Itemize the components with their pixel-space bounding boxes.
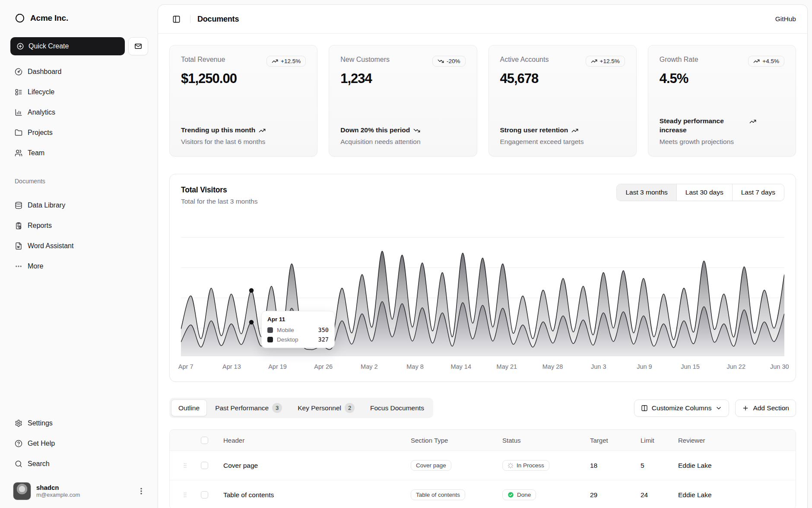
area-chart[interactable]: Apr 11 Mobile 350 Desktop 327 <box>181 220 784 356</box>
chart-tooltip: Apr 11 Mobile 350 Desktop 327 <box>261 311 335 348</box>
quick-create-button[interactable]: Quick Create <box>10 37 125 55</box>
user-menu[interactable]: shadcn m@example.com <box>10 480 148 501</box>
reviewer-cell[interactable]: Eddie Lake <box>678 462 795 470</box>
stat-label: Total Revenue <box>181 56 225 64</box>
mobile-swatch <box>267 327 273 333</box>
github-link[interactable]: GitHub <box>775 15 796 23</box>
target-cell[interactable]: 18 <box>587 462 638 470</box>
trend-badge: +4.5% <box>748 56 784 67</box>
sidebar-item-dashboard[interactable]: Dashboard <box>10 63 148 80</box>
tab-key-personnel[interactable]: Key Personnel 2 <box>290 399 362 416</box>
brand[interactable]: Acme Inc. <box>10 10 148 26</box>
table-row[interactable]: Table of contents Table of contents Done… <box>170 480 796 508</box>
trend-badge-value: +12.5% <box>281 58 301 64</box>
sections-table: Header Section Type Status Target Limit … <box>169 429 796 508</box>
stat-value: 4.5% <box>660 71 784 86</box>
tab-outline[interactable]: Outline <box>171 399 207 416</box>
trend-badge: +12.5% <box>586 56 625 67</box>
sidebar-item-projects[interactable]: Projects <box>10 124 148 141</box>
x-axis-labels: Apr 7 Apr 13 Apr 19 Apr 26 May 2 May 8 M… <box>181 361 784 373</box>
trending-up-icon <box>272 58 278 64</box>
sidebar-item-lifecycle[interactable]: Lifecycle <box>10 83 148 101</box>
trend-badge-value: +4.5% <box>762 58 779 64</box>
row-header-cell[interactable]: Table of contents <box>216 491 411 499</box>
sidebar-item-label: Settings <box>28 419 53 427</box>
sidebar-item-search[interactable]: Search <box>10 455 148 473</box>
sidebar-toggle-button[interactable] <box>169 12 183 26</box>
select-all-checkbox[interactable] <box>201 437 208 444</box>
sidebar-item-team[interactable]: Team <box>10 144 148 162</box>
sidebar-item-reports[interactable]: Reports <box>10 217 148 234</box>
x-tick: May 28 <box>542 363 563 370</box>
x-tick: Apr 19 <box>268 363 287 370</box>
sidebar-item-more[interactable]: More <box>10 258 148 275</box>
x-tick: Apr 13 <box>222 363 241 370</box>
stat-value: 45,678 <box>500 71 625 86</box>
row-checkbox[interactable] <box>201 491 208 498</box>
reviewer-cell[interactable]: Eddie Lake <box>678 491 795 499</box>
chevron-down-icon <box>715 405 722 412</box>
trending-up-icon <box>749 118 756 125</box>
drag-handle-icon[interactable] <box>182 492 188 498</box>
limit-cell[interactable]: 24 <box>638 491 678 499</box>
dashboard-page: Acme Inc. Quick Create Dashboard Lifecyc… <box>0 0 812 508</box>
customize-columns-button[interactable]: Customize Columns <box>634 399 730 417</box>
sidebar-item-analytics[interactable]: Analytics <box>10 104 148 121</box>
sidebar-item-get-help[interactable]: Get Help <box>10 435 148 452</box>
tab-focus-documents[interactable]: Focus Documents <box>363 399 431 416</box>
add-section-button[interactable]: Add Section <box>735 399 796 417</box>
tooltip-row-mobile: Mobile 350 <box>267 326 329 333</box>
row-menu-icon[interactable] <box>795 491 796 499</box>
tab-count-badge: 2 <box>345 403 355 413</box>
desktop-swatch <box>267 337 273 342</box>
inbox-button[interactable] <box>128 37 148 55</box>
tooltip-label: Mobile <box>277 327 318 333</box>
users-icon <box>15 149 22 157</box>
sidebar-item-word-assistant[interactable]: Word Assistant <box>10 237 148 255</box>
range-last-3-months[interactable]: Last 3 months <box>617 184 676 201</box>
tooltip-date: Apr 11 <box>267 316 329 323</box>
sidebar-item-label: Dashboard <box>28 68 61 76</box>
range-last-7-days[interactable]: Last 7 days <box>732 184 784 201</box>
row-header-cell[interactable]: Cover page <box>216 462 411 470</box>
loader-icon <box>508 463 514 469</box>
drag-handle-icon[interactable] <box>182 462 188 469</box>
panel-left-icon <box>172 15 181 23</box>
col-status: Status <box>502 437 587 444</box>
range-last-30-days[interactable]: Last 30 days <box>676 184 732 201</box>
tab-past-performance[interactable]: Past Performance 3 <box>208 399 289 416</box>
row-menu-icon[interactable] <box>795 461 796 470</box>
limit-cell[interactable]: 5 <box>638 462 678 470</box>
tab-label: Focus Documents <box>370 404 424 412</box>
clipboard-icon <box>15 222 22 230</box>
x-tick: Apr 7 <box>178 363 193 370</box>
col-header: Header <box>216 437 411 444</box>
trend-badge-value: -20% <box>447 58 460 64</box>
user-meta: shadcn m@example.com <box>36 484 132 499</box>
col-reviewer: Reviewer <box>678 437 795 444</box>
mail-icon <box>134 42 142 50</box>
more-vertical-icon[interactable] <box>137 487 146 495</box>
documents-section-label: Documents <box>15 178 148 185</box>
acme-logo-icon <box>15 13 25 23</box>
target-cell[interactable]: 29 <box>587 491 638 499</box>
sidebar-item-settings[interactable]: Settings <box>10 415 148 432</box>
stat-footer-sub: Engagement exceed targets <box>500 138 625 146</box>
x-tick: Jun 30 <box>770 363 789 370</box>
trend-badge: +12.5% <box>266 56 306 67</box>
row-checkbox[interactable] <box>201 462 208 469</box>
status-badge: In Process <box>502 460 549 471</box>
tooltip-value: 327 <box>318 336 329 343</box>
col-limit: Limit <box>638 437 678 444</box>
view-tabs: Outline Past Performance 3 Key Personnel… <box>169 398 433 418</box>
trending-up-icon <box>753 58 760 64</box>
trend-badge-value: +12.5% <box>600 58 620 64</box>
sidebar-item-data-library[interactable]: Data Library <box>10 197 148 214</box>
check-circle-icon <box>508 492 514 498</box>
trending-down-icon <box>438 58 444 64</box>
stat-footer-title: Trending up this month <box>181 126 255 135</box>
search-icon <box>15 460 22 468</box>
section-type-badge: Cover page <box>411 460 451 471</box>
table-row[interactable]: Cover page Cover page In Process 18 5 Ed… <box>170 450 796 480</box>
bar-chart-icon <box>15 109 22 116</box>
